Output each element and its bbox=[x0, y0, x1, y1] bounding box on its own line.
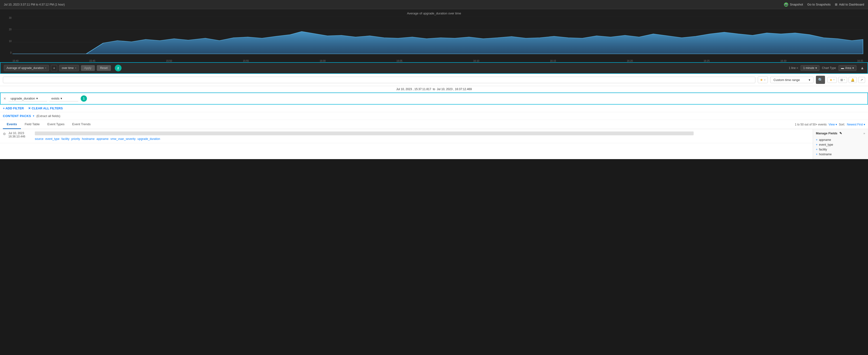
filter-badge: 1 bbox=[81, 95, 87, 102]
minute-label: 1 minute bbox=[803, 66, 814, 70]
time-range-dropdown[interactable]: Custom time range ▾ bbox=[770, 77, 813, 83]
minute-dropdown[interactable]: 1 minute ▾ bbox=[801, 65, 819, 71]
event-timestamp: Jul 10, 2023 16:36:10.446 bbox=[8, 131, 32, 138]
chart-type-label: Chart Type bbox=[822, 66, 836, 70]
go-to-snapshots-button[interactable]: Go to Snapshots bbox=[807, 3, 831, 6]
view-label: View bbox=[829, 123, 835, 126]
view-caret-icon: ▾ bbox=[836, 123, 837, 126]
sort-caret-icon: ▾ bbox=[864, 123, 865, 126]
view-dropdown[interactable]: View ▾ bbox=[829, 123, 837, 126]
chart-y-labels: 0 10 20 30 bbox=[5, 17, 11, 55]
filter-operator-dropdown[interactable]: exists ▾ bbox=[50, 96, 78, 101]
snapshot-button[interactable]: 📷 Snapshot bbox=[784, 2, 803, 7]
over-time-dropdown[interactable]: over time ▾ bbox=[59, 65, 79, 71]
sort-value-text: Newest First bbox=[847, 123, 863, 126]
share-icon: ↗ bbox=[860, 78, 863, 82]
filter-op-caret-icon: ▾ bbox=[61, 97, 62, 100]
star-icon: ★ bbox=[760, 78, 763, 82]
snapshot-label: Snapshot bbox=[790, 3, 803, 6]
chart-title: Average of upgrade_duration over time bbox=[5, 11, 863, 15]
area-chart-icon: ▬ bbox=[841, 66, 844, 70]
star-caret-icon: ▾ bbox=[764, 78, 766, 82]
main-content: ⚙ Jul 10, 2023 16:36:10.446 source event… bbox=[0, 129, 868, 159]
tab-field-table[interactable]: Field Table bbox=[21, 120, 44, 129]
search-icon: 🔍 bbox=[818, 78, 823, 82]
controls-bar: Average of upgrade_duration ▾ + over tim… bbox=[0, 62, 868, 74]
clear-all-filters-button[interactable]: ✕ CLEAR ALL FILTERS bbox=[28, 107, 63, 110]
x-label-1615: 16:15 bbox=[550, 60, 556, 62]
filter-field-text: upgrade_duration bbox=[10, 97, 35, 100]
add-filter-button[interactable]: + ADD FILTER bbox=[3, 107, 24, 110]
content-packs-label[interactable]: CONTENT PACKS bbox=[3, 114, 31, 118]
remove-filter-button[interactable]: ✕ bbox=[3, 97, 6, 100]
add-to-dashboard-button[interactable]: ⊞ Add to Dashboard bbox=[835, 3, 864, 6]
search-button[interactable]: 🔍 bbox=[816, 76, 825, 84]
field-appname: appname bbox=[819, 138, 831, 142]
tag-source[interactable]: source bbox=[35, 137, 43, 141]
tab-event-trends[interactable]: Event Trends bbox=[68, 120, 95, 129]
tag-facility[interactable]: facility bbox=[61, 137, 69, 141]
add-metric-button[interactable]: + bbox=[51, 65, 57, 71]
time-range-display: Jul 10, 2023 3:37:11 PM to 4:37:12 PM (1… bbox=[4, 3, 65, 6]
chart-container: Average of upgrade_duration over time 0 … bbox=[0, 9, 868, 62]
time-to-label: to bbox=[433, 88, 435, 91]
share-button[interactable]: ↗ bbox=[858, 77, 865, 83]
filter-field-dropdown[interactable]: upgrade_duration ▾ bbox=[9, 96, 47, 101]
tab-events[interactable]: Events bbox=[3, 120, 21, 129]
content-packs-caret-icon[interactable]: ▾ bbox=[33, 114, 34, 118]
x-label-1625: 16:25 bbox=[704, 60, 710, 62]
content-packs-bar: CONTENT PACKS ▾ (Extract all fields) bbox=[0, 112, 868, 120]
chart-type-dropdown[interactable]: ▬ Area ▾ bbox=[838, 65, 857, 71]
alert-button[interactable]: 🔔 bbox=[848, 77, 857, 83]
manage-fields-header: Manage Fields ✎ » bbox=[816, 131, 865, 135]
tag-hostname[interactable]: hostname bbox=[82, 137, 95, 141]
x-label-1555: 15:55 bbox=[243, 60, 249, 62]
add-appname-button[interactable]: + bbox=[816, 138, 817, 142]
top-bar-actions: 📷 Snapshot Go to Snapshots ⊞ Add to Dash… bbox=[784, 2, 864, 7]
star-dropdown[interactable]: ★ ▾ bbox=[758, 77, 768, 83]
sort-dropdown[interactable]: Newest First ▾ bbox=[847, 123, 865, 126]
metric-caret-icon: ▾ bbox=[45, 67, 46, 69]
tag-event-type[interactable]: event_type bbox=[45, 137, 60, 141]
camera-icon: 📷 bbox=[784, 2, 788, 7]
star-plus-icon: ★ bbox=[830, 78, 833, 82]
tag-appname[interactable]: appname bbox=[97, 137, 108, 141]
tag-vmw-vsan-severity[interactable]: vmw_vsan_severity bbox=[111, 137, 136, 141]
save-search-button[interactable]: ★+ bbox=[828, 77, 837, 83]
top-bar: Jul 10, 2023 3:37:11 PM to 4:37:12 PM (1… bbox=[0, 0, 868, 9]
apply-button[interactable]: Apply bbox=[81, 65, 95, 71]
event-time: 16:36:10.446 bbox=[8, 135, 32, 138]
metric-dropdown[interactable]: Average of upgrade_duration ▾ bbox=[4, 65, 49, 71]
area-label: Area bbox=[845, 66, 851, 70]
extract-fields-link[interactable]: (Extract all fields) bbox=[36, 114, 60, 118]
tag-priority[interactable]: priority bbox=[71, 137, 80, 141]
over-caret-icon: ▾ bbox=[75, 67, 76, 69]
x-label-1620: 16:20 bbox=[627, 60, 633, 62]
add-facility-button[interactable]: + bbox=[816, 148, 817, 151]
tab-event-types[interactable]: Event Types bbox=[43, 120, 68, 129]
x-label-1600: 16:00 bbox=[320, 60, 326, 62]
edit-icon[interactable]: ✎ bbox=[839, 131, 842, 135]
time-range-detail: Jul 10, 2023 , 15:37:11.817 to Jul 10, 2… bbox=[0, 86, 868, 92]
event-options-icon[interactable]: ⚙ bbox=[3, 132, 6, 136]
add-event-type-button[interactable]: + bbox=[816, 143, 817, 146]
collapse-chart-button[interactable]: ▲ bbox=[860, 66, 864, 70]
time-from: Jul 10, 2023 , 15:37:11.817 bbox=[396, 88, 431, 91]
manage-fields-label: Manage Fields bbox=[816, 131, 837, 135]
controls-badge: 2 bbox=[115, 65, 122, 71]
chart-wrapper: 0 10 20 30 bbox=[5, 17, 863, 62]
tag-upgrade-duration[interactable]: upgrade_duration bbox=[137, 137, 160, 141]
search-input[interactable] bbox=[5, 78, 753, 82]
y-label-10: 10 bbox=[5, 40, 11, 42]
manage-fields-collapse-button[interactable]: » bbox=[863, 131, 865, 135]
x-label-1605: 16:05 bbox=[397, 60, 403, 62]
list-item: + appname bbox=[816, 138, 865, 142]
add-hostname-button[interactable]: + bbox=[816, 153, 817, 156]
chart-svg-area bbox=[12, 17, 863, 55]
time-range-text: Custom time range bbox=[773, 78, 800, 82]
filter-operator-text: exists bbox=[52, 97, 59, 100]
add-to-dashboard-icon-button[interactable]: ⊞+ bbox=[838, 77, 847, 83]
bell-icon: 🔔 bbox=[851, 78, 855, 82]
line-equals-label: 1 line = bbox=[789, 66, 798, 70]
reset-button[interactable]: Reset bbox=[97, 65, 111, 71]
